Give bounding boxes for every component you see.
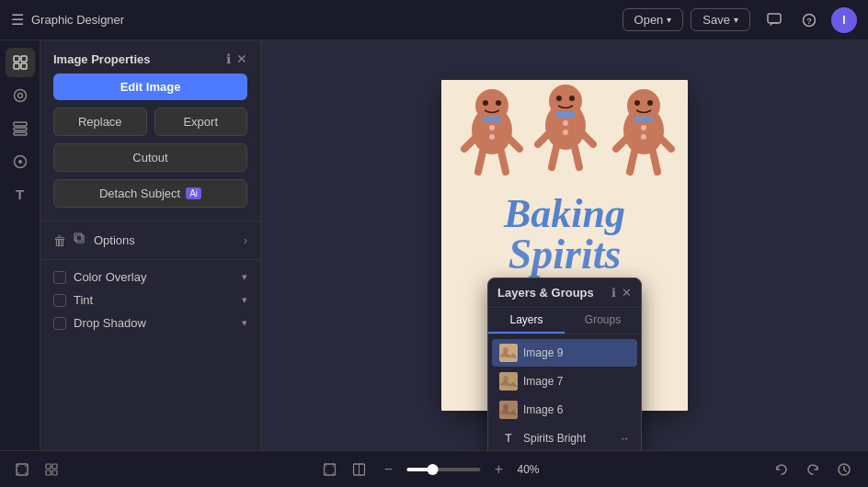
- zoom-out-button[interactable]: −: [378, 459, 400, 481]
- svg-point-47: [641, 125, 646, 130]
- layers-list: Image 9 Image 7 Image 6: [488, 334, 641, 450]
- svg-point-35: [569, 96, 575, 101]
- svg-text:?: ?: [806, 17, 812, 26]
- svg-rect-27: [482, 117, 502, 122]
- drop-shadow-checkbox[interactable]: [53, 317, 66, 330]
- layers-header-icons: ℹ ✕: [611, 286, 632, 300]
- undo-button[interactable]: [769, 457, 794, 482]
- redo-button[interactable]: [800, 457, 826, 482]
- sidebar-item-objects[interactable]: [6, 147, 35, 176]
- divider-2: [40, 259, 260, 260]
- bottom-center: − + 40%: [319, 459, 550, 481]
- drop-shadow-label: Drop Shadow: [74, 316, 146, 330]
- export-button[interactable]: Export: [154, 108, 248, 136]
- drop-shadow-chevron-icon[interactable]: ▾: [242, 317, 247, 329]
- menu-icon[interactable]: ☰: [11, 11, 24, 28]
- svg-line-22: [501, 152, 506, 172]
- fit-view-button[interactable]: [319, 459, 341, 481]
- save-button[interactable]: Save ▾: [691, 8, 750, 31]
- svg-point-36: [563, 120, 568, 126]
- svg-point-13: [18, 160, 22, 164]
- svg-point-23: [483, 100, 488, 106]
- zoom-slider-thumb[interactable]: [428, 464, 439, 475]
- color-overlay-left: Color Overlay: [53, 270, 146, 284]
- bottom-left: [11, 459, 63, 481]
- duplicate-icon[interactable]: [74, 232, 86, 248]
- zoom-in-button[interactable]: +: [488, 459, 510, 481]
- svg-point-45: [634, 100, 640, 106]
- layers-close-icon[interactable]: ✕: [622, 286, 632, 300]
- svg-line-21: [478, 152, 483, 172]
- svg-rect-89: [46, 470, 51, 475]
- info-icon[interactable]: ℹ: [226, 51, 231, 66]
- layer-label: Image 6: [523, 403, 630, 416]
- sidebar-item-elements[interactable]: [6, 48, 35, 77]
- trash-icon[interactable]: 🗑: [53, 233, 66, 248]
- fit-icon[interactable]: [11, 459, 33, 481]
- svg-rect-6: [21, 63, 27, 69]
- drop-shadow-row: Drop Shadow ▾: [40, 311, 260, 334]
- zoom-slider-fill: [407, 468, 429, 471]
- ai-badge: Ai: [186, 187, 201, 199]
- color-overlay-row: Color Overlay ▾: [40, 266, 260, 289]
- svg-rect-49: [634, 117, 654, 122]
- detach-subject-button[interactable]: Detach Subject Ai: [53, 179, 247, 208]
- layer-action-icon: ↔: [620, 433, 630, 444]
- tint-chevron-icon[interactable]: ▾: [242, 294, 247, 306]
- replace-button[interactable]: Replace: [53, 108, 147, 136]
- svg-rect-4: [21, 56, 27, 62]
- svg-point-24: [496, 100, 501, 106]
- svg-text:Spirits: Spirits: [508, 231, 622, 277]
- svg-rect-9: [14, 122, 27, 126]
- svg-rect-5: [14, 63, 19, 69]
- panel-header-icons: ℹ ✕: [226, 51, 247, 66]
- list-item[interactable]: T Spirits Bright ↔: [492, 425, 637, 450]
- zoom-slider[interactable]: [407, 468, 481, 471]
- sidebar-item-layout[interactable]: [6, 114, 35, 143]
- edit-image-button[interactable]: Edit Image: [53, 74, 247, 100]
- help-button[interactable]: ?: [796, 7, 822, 33]
- cutout-button[interactable]: Cutout: [53, 143, 247, 172]
- tint-checkbox[interactable]: [53, 294, 66, 307]
- layer-label: Image 7: [523, 375, 630, 388]
- color-overlay-checkbox[interactable]: [53, 271, 66, 284]
- close-icon[interactable]: ✕: [236, 51, 247, 66]
- sidebar-item-text[interactable]: T: [6, 180, 35, 210]
- svg-text:Baking: Baking: [503, 191, 625, 236]
- open-button[interactable]: Open ▾: [622, 8, 684, 31]
- svg-rect-3: [14, 56, 19, 62]
- svg-rect-15: [74, 233, 82, 241]
- panel-header: Image Properties ℹ ✕: [40, 40, 260, 74]
- color-overlay-label: Color Overlay: [74, 270, 146, 284]
- layers-tabs: Layers Groups: [488, 308, 641, 334]
- bottom-right: [769, 457, 857, 482]
- main-area: T Image Properties ℹ ✕ Edit Image Replac…: [0, 40, 868, 450]
- app-title: Graphic Designer: [31, 13, 124, 27]
- properties-panel: Image Properties ℹ ✕ Edit Image Replace …: [40, 40, 261, 450]
- comment-button[interactable]: [761, 7, 787, 33]
- color-overlay-chevron-icon[interactable]: ▾: [242, 271, 247, 283]
- topbar: ☰ Graphic Designer Open ▾ Save ▾ ? I: [0, 0, 868, 40]
- split-view-button[interactable]: [348, 459, 371, 481]
- options-chevron-icon[interactable]: ›: [244, 234, 247, 247]
- panel-title: Image Properties: [53, 52, 151, 66]
- svg-rect-88: [52, 464, 57, 469]
- layers-info-icon[interactable]: ℹ: [611, 286, 616, 300]
- history-button[interactable]: [831, 457, 857, 482]
- tab-layers[interactable]: Layers: [488, 308, 565, 334]
- tab-groups[interactable]: Groups: [565, 308, 641, 334]
- layers-panel-title: Layers & Groups: [497, 286, 594, 300]
- avatar[interactable]: I: [831, 7, 857, 33]
- svg-point-25: [489, 125, 495, 130]
- svg-rect-38: [555, 112, 576, 118]
- svg-line-43: [630, 152, 634, 172]
- svg-rect-14: [76, 235, 84, 243]
- list-item[interactable]: Image 7: [492, 368, 637, 395]
- grid-icon[interactable]: [40, 459, 63, 481]
- svg-point-26: [489, 134, 495, 140]
- sidebar-item-adjust[interactable]: [6, 81, 35, 110]
- list-item[interactable]: Image 9: [492, 339, 637, 367]
- svg-rect-73: [499, 344, 518, 362]
- list-item[interactable]: Image 6: [492, 396, 637, 424]
- svg-point-34: [556, 96, 562, 101]
